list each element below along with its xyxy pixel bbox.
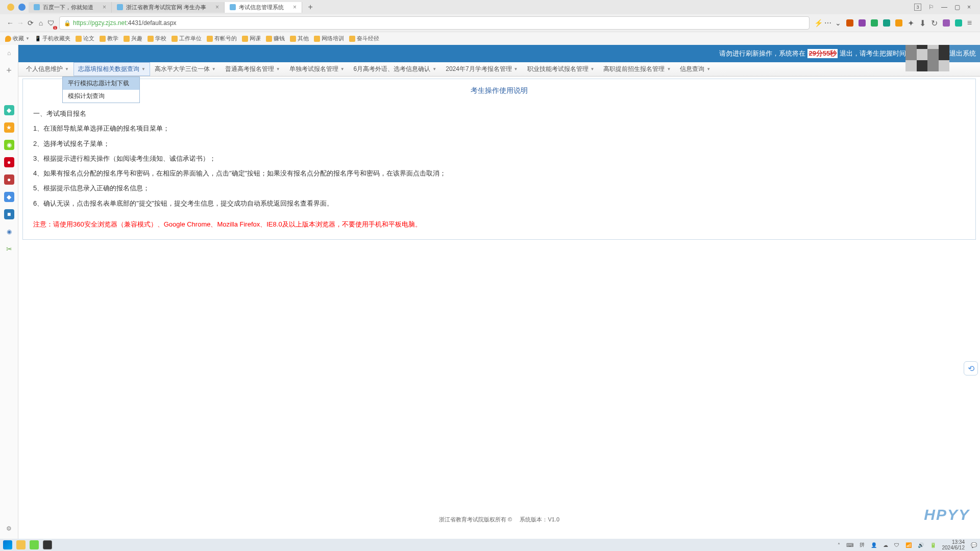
menu-july-exam[interactable]: 2024年7月学考报名管理▼ <box>441 62 522 76</box>
menu-higher-vocational[interactable]: 高职提前招生报名管理▼ <box>599 62 675 76</box>
tray-battery-icon[interactable]: 🔋 <box>930 542 936 548</box>
bookmark-training[interactable]: 网络培训 <box>314 35 344 42</box>
ext-icon-3[interactable] <box>871 19 878 27</box>
tray-chevron-icon[interactable]: ˄ <box>838 542 840 548</box>
chevron-down-icon: ▼ <box>141 67 145 71</box>
sidebar-app-7-icon[interactable]: ■ <box>4 209 14 219</box>
sidebar-app-6-icon[interactable]: ◆ <box>4 192 14 202</box>
url-input[interactable]: 🔒 https://pgzy.zjzs.net:4431/default.asp… <box>59 16 810 30</box>
bookmark-label: 收藏 <box>13 35 24 42</box>
tray-security-icon[interactable]: 🛡 <box>894 542 899 548</box>
back-icon[interactable]: ← <box>5 17 15 29</box>
sidebar-gear-icon[interactable]: ⚙ <box>4 523 14 534</box>
tray-notification-icon[interactable]: 💬 <box>971 542 977 548</box>
bookmark-account[interactable]: 有帐号的 <box>207 35 237 42</box>
menu-info-query[interactable]: 信息查询▼ <box>675 62 715 76</box>
bookmark-favorite[interactable]: 收藏▼ <box>5 35 30 42</box>
sidebar-app-5-icon[interactable]: ● <box>4 174 14 185</box>
window-close-icon[interactable]: × <box>967 4 971 11</box>
tab-zhejiang[interactable]: 浙江省教育考试院官网 考生办事 × <box>112 2 225 13</box>
favicon-icon <box>34 4 40 10</box>
shield-icon[interactable]: 🛡1 <box>46 17 56 29</box>
sidebar-app-1-icon[interactable]: ◆ <box>4 105 14 115</box>
ext-icon-5[interactable] <box>895 19 902 27</box>
sidebar-app-2-icon[interactable]: ★ <box>4 122 14 133</box>
bookmark-thesis[interactable]: 论文 <box>76 35 94 42</box>
history-icon[interactable]: ↻ <box>931 18 938 28</box>
sidebar-app-4-icon[interactable]: ● <box>4 157 14 167</box>
bookmark-label: 奋斗经径 <box>357 35 379 42</box>
menu-june-language[interactable]: 6月高考外语、选考信息确认▼ <box>349 62 442 76</box>
ext-icon-2[interactable] <box>859 19 866 27</box>
terminal-icon[interactable] <box>43 540 52 549</box>
tab-baidu[interactable]: 百度一下，你就知道 × <box>29 2 112 13</box>
bookmark-school[interactable]: 学校 <box>148 35 166 42</box>
puzzle-icon[interactable]: ✦ <box>908 18 914 28</box>
menu-vocational-skill[interactable]: 职业技能考试报名管理▼ <box>523 62 599 76</box>
tray-sound-icon[interactable]: 🔊 <box>918 542 924 548</box>
tab-add-button[interactable]: + <box>305 2 315 12</box>
dropdown-item-query[interactable]: 模拟计划查询 <box>63 90 139 103</box>
folder-icon <box>100 36 106 42</box>
reload-icon[interactable]: ⟳ <box>26 17 36 29</box>
close-icon[interactable]: × <box>293 4 297 11</box>
banner-countdown: 29分55秒 <box>807 49 838 58</box>
bookmark-work[interactable]: 工作单位 <box>172 35 202 42</box>
tray-wifi-icon[interactable]: 📶 <box>905 542 912 548</box>
folder-icon <box>242 36 248 42</box>
menu-high-level[interactable]: 高水平大学三位一体▼ <box>150 62 220 76</box>
float-refresh-button[interactable]: ⟲ <box>964 361 978 375</box>
more-icon[interactable]: ⋯ <box>823 17 833 29</box>
bookmark-interest[interactable]: 兴趣 <box>124 35 142 42</box>
sidebar-scissor-icon[interactable]: ✂ <box>4 244 14 254</box>
bookmark-teaching[interactable]: 教学 <box>100 35 118 42</box>
ext-icon-6[interactable] <box>943 19 950 27</box>
ext-icon-1[interactable] <box>846 19 853 27</box>
tray-onedrive-icon[interactable]: ☁ <box>883 542 888 548</box>
sidebar-app-3-icon[interactable]: ◉ <box>4 140 14 150</box>
close-icon[interactable]: × <box>103 4 106 11</box>
dropdown-item-download[interactable]: 平行模拟志愿计划下载 <box>63 77 139 90</box>
home-icon[interactable]: ⌂ <box>36 17 46 29</box>
pin-icon[interactable]: ⚐ <box>928 4 934 11</box>
menu-label: 信息查询 <box>680 65 704 73</box>
bookmark-label: 工作单位 <box>179 35 202 42</box>
ext-icon-7[interactable] <box>955 19 962 27</box>
bookmark-other[interactable]: 其他 <box>290 35 309 42</box>
menu-personal-info[interactable]: 个人信息维护▼ <box>21 62 74 76</box>
browser-taskbar-icon[interactable] <box>30 540 39 549</box>
tray-people-icon[interactable]: 👤 <box>871 542 877 548</box>
bookmark-label: 赚钱 <box>274 35 285 42</box>
sidebar-plus-icon[interactable]: + <box>4 65 14 76</box>
sidebar-app-8-icon[interactable]: ◉ <box>4 227 14 237</box>
minimize-icon[interactable]: — <box>941 4 947 11</box>
menu-single-exam[interactable]: 单独考试报名管理▼ <box>285 62 349 76</box>
explorer-icon[interactable] <box>16 540 26 549</box>
sidebar-home-icon[interactable]: ⌂ <box>4 48 14 58</box>
download-icon[interactable]: ⬇ <box>919 18 926 28</box>
tab-label: 考试信息管理系统 <box>239 4 284 11</box>
menu-volunteer-data[interactable]: 志愿填报相关数据查询▼ <box>74 62 150 76</box>
chevron-down-icon: ▼ <box>514 67 518 71</box>
bookmark-mobile[interactable]: 📱手机收藏夹 <box>35 35 70 42</box>
folder-icon <box>349 36 355 42</box>
tray-lang-icon[interactable]: 拼 <box>860 541 865 548</box>
tab-exam-system[interactable]: 考试信息管理系统 × <box>225 2 302 13</box>
bookmark-online-class[interactable]: 网课 <box>242 35 261 42</box>
exit-system-button[interactable]: 退出系统 <box>945 45 980 62</box>
close-icon[interactable]: × <box>215 4 219 11</box>
forward-icon[interactable]: → <box>15 17 26 29</box>
flash-icon[interactable]: ⚡ <box>813 17 823 29</box>
chevron-down-icon[interactable]: ⌄ <box>833 17 843 29</box>
bookmark-earn[interactable]: 赚钱 <box>266 35 285 42</box>
tray-keyboard-icon[interactable]: ⌨ <box>846 542 853 548</box>
taskbar-clock[interactable]: 13:34 2024/6/12 <box>942 539 965 550</box>
ext-icon-4[interactable] <box>883 19 890 27</box>
instruction-line: 4、如果有报名点分配的报名序号和密码，在相应的界面输入，点击"确定"按钮；如果没… <box>33 166 965 180</box>
chevron-down-icon: ▼ <box>340 67 345 71</box>
menu-general-exam[interactable]: 普通高考报名管理▼ <box>220 62 285 76</box>
bookmark-struggle[interactable]: 奋斗经径 <box>349 35 379 42</box>
maximize-icon[interactable]: ▢ <box>954 4 960 11</box>
start-button-icon[interactable] <box>3 540 12 549</box>
menu-icon[interactable]: ≡ <box>967 18 972 28</box>
